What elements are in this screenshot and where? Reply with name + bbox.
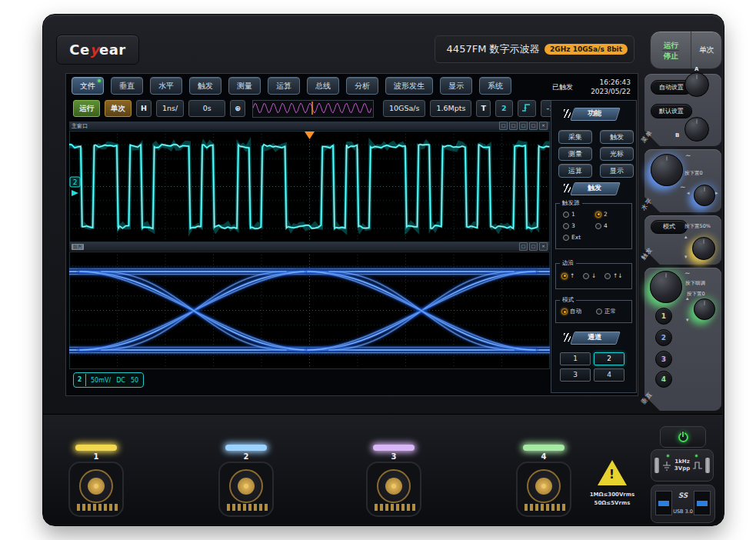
tab-decoration	[564, 184, 571, 192]
softkey-math[interactable]: 运算	[558, 164, 592, 178]
hw-channel-2-button[interactable]: 2	[655, 329, 672, 346]
timebase-value[interactable]: 1ns/	[156, 100, 184, 117]
channel-button-1[interactable]: 1	[560, 352, 591, 365]
date: 2023/05/22	[583, 87, 631, 96]
probe-comp-terminals[interactable]: 1kHz 3Vpp	[651, 449, 714, 482]
channel-2-bnc-input[interactable]	[218, 462, 274, 517]
softkey-acquire[interactable]: 采集	[558, 130, 592, 144]
readout-coupling: DC	[116, 377, 125, 384]
menu-system[interactable]: 系统	[479, 77, 511, 95]
bnc-center	[535, 478, 552, 495]
default-setup-button[interactable]: 默认设置	[651, 104, 692, 118]
bnc-pads	[525, 504, 565, 511]
window-close-button[interactable]: ×	[539, 242, 548, 251]
menu-measure[interactable]: 测量	[228, 77, 261, 95]
channel-4-number: 4	[536, 452, 551, 461]
source-radio-2[interactable]: 2	[595, 211, 608, 218]
channel-readout-badge[interactable]: 2 50mV/ DC 50	[73, 372, 144, 388]
edge-radio-falling[interactable]: ↓	[583, 272, 596, 279]
menu-analysis[interactable]: 分析	[346, 77, 378, 95]
radio-label: ↓	[591, 272, 596, 279]
single-indicator[interactable]: 单次	[105, 100, 132, 117]
channel-2-led	[225, 445, 267, 451]
vertical-scale-knob[interactable]	[650, 271, 682, 303]
horizontal-position[interactable]: 0s	[188, 100, 225, 117]
menu-display[interactable]: 显示	[440, 77, 472, 95]
usb-logo: SS USB 3.0	[671, 492, 694, 515]
hw-channel-4-button[interactable]: 4	[655, 371, 672, 388]
source-radio-3[interactable]: 3	[563, 222, 575, 229]
left-arrow: ◂	[687, 190, 690, 196]
waveform-preview[interactable]	[252, 100, 374, 118]
run-stop-button[interactable]: 运行 停止	[651, 32, 691, 68]
edge-radio-both[interactable]: ↑↓	[604, 272, 623, 279]
model-title: 4457FM 数字示波器	[441, 42, 545, 56]
up-arrow: ▴	[686, 295, 689, 302]
source-radio-4[interactable]: 4	[595, 222, 608, 229]
trigger-level-knob[interactable]	[692, 237, 715, 260]
vertical-position-knob[interactable]	[694, 298, 715, 320]
softkey-trigger[interactable]: 触发	[600, 130, 634, 144]
multipurpose-knob-b[interactable]	[684, 117, 709, 142]
window-button[interactable]: ▢	[519, 122, 528, 130]
mode-radio-normal[interactable]: 正常	[596, 308, 616, 315]
window-button[interactable]: ▢	[529, 242, 538, 251]
power-button[interactable]	[660, 426, 706, 448]
power-icon	[678, 432, 688, 442]
mode-radio-auto[interactable]: 自动	[561, 308, 581, 315]
channel-button-3[interactable]: 3	[560, 368, 591, 382]
spec-badge: 2GHz 10GSa/s 8bit	[545, 44, 628, 55]
softkey-display[interactable]: 显示	[600, 164, 634, 178]
window-button[interactable]: ▢	[499, 122, 508, 130]
rating-line-1: 1MΩ≤300Vrms	[578, 491, 647, 499]
run-indicator[interactable]: 运行	[73, 100, 100, 117]
menu-trigger[interactable]: 触发	[189, 77, 221, 95]
window-button[interactable]: ▢	[509, 122, 518, 130]
trigger-mode-button[interactable]: 模式	[651, 220, 688, 234]
menu-horizontal[interactable]: 水平	[150, 77, 182, 95]
down-arrow: ▾	[686, 317, 689, 323]
window-button[interactable]: ▢	[519, 242, 528, 251]
channel-4-bnc-input[interactable]	[516, 462, 571, 517]
softkey-measure[interactable]: 测量	[558, 147, 592, 161]
multipurpose-knob-a[interactable]	[684, 72, 709, 97]
probe-comp-contact[interactable]	[654, 458, 659, 473]
main-window-titlebar[interactable]: 主窗口 ▢ ▢ ▢ ▢ ×	[69, 122, 550, 131]
green-led-dot	[667, 455, 669, 457]
usb-port-2[interactable]	[694, 491, 711, 515]
rising-edge-icon[interactable]	[518, 100, 536, 117]
channel-1-bnc-input[interactable]	[68, 462, 124, 517]
hw-channel-3-button[interactable]: 3	[655, 351, 672, 368]
channel-button-4[interactable]: 4	[594, 368, 624, 382]
menu-wavegen[interactable]: 波形发生	[385, 77, 433, 95]
menu-bus[interactable]: 总线	[307, 77, 339, 95]
window-close-button[interactable]: ×	[539, 122, 548, 130]
single-button[interactable]: 单次	[691, 32, 721, 68]
radio-label: Ext	[571, 234, 581, 241]
softkey-cursor[interactable]: 光标	[600, 147, 634, 161]
usb-port-1[interactable]	[655, 491, 672, 515]
source-radio-1[interactable]: 1	[563, 211, 575, 218]
edge-radio-rising[interactable]: ↑	[561, 272, 574, 279]
menu-vertical[interactable]: 垂直	[111, 77, 143, 95]
eye-window-titlebar[interactable]: 眼图 ▢ ▢ ×	[69, 242, 550, 252]
hw-channel-1-button[interactable]: 1	[655, 308, 672, 325]
bnc-center	[88, 478, 105, 495]
brand-logo: Ceyear	[56, 35, 139, 65]
source-radio-ext[interactable]: Ext	[563, 234, 581, 241]
channel-3-bnc-input[interactable]	[366, 462, 421, 517]
radio-label: ↑↓	[613, 272, 623, 279]
window-button[interactable]: ▢	[529, 122, 538, 130]
zoom-icon[interactable]: ⊕	[230, 100, 245, 117]
horizontal-position-knob[interactable]	[694, 185, 715, 206]
press-fine-hint: 按下细调	[685, 280, 705, 287]
trigger-source-value[interactable]: 2	[495, 100, 513, 117]
bnc-ring	[527, 469, 561, 503]
logo-slash: y	[90, 42, 99, 58]
probe-comp-contact[interactable]	[705, 458, 710, 473]
horizontal-scale-knob[interactable]	[651, 154, 683, 186]
menu-math[interactable]: 运算	[268, 77, 300, 95]
menu-file[interactable]: 文件	[72, 77, 104, 95]
channel-button-2[interactable]: 2	[594, 352, 624, 365]
usb-tongue	[658, 501, 669, 506]
